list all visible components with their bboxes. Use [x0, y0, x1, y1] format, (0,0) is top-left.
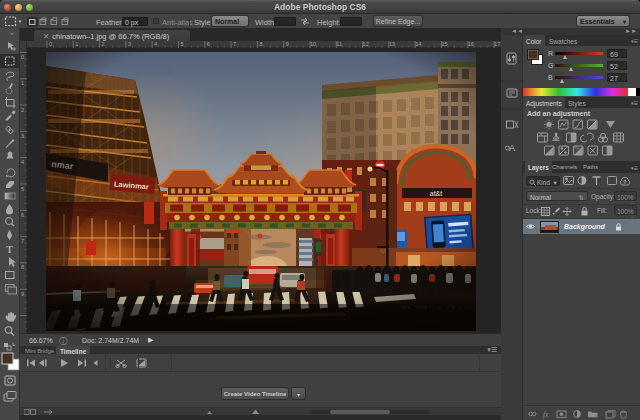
- svg-text:4: 4: [21, 159, 24, 165]
- svg-text:6: 6: [21, 212, 24, 218]
- svg-text:17: 17: [494, 41, 500, 47]
- svg-text:7: 7: [21, 238, 24, 244]
- svg-text:0: 0: [21, 54, 24, 60]
- svg-text:16: 16: [468, 41, 474, 47]
- svg-text:5: 5: [181, 41, 184, 47]
- svg-text:3: 3: [128, 41, 131, 47]
- svg-text:1: 1: [21, 80, 24, 86]
- svg-text:0: 0: [49, 41, 52, 47]
- svg-text:11: 11: [336, 41, 342, 47]
- svg-text:»: »: [10, 30, 14, 36]
- svg-text:1: 1: [75, 41, 78, 47]
- svg-text:13: 13: [389, 41, 395, 47]
- svg-text:6: 6: [207, 41, 210, 47]
- svg-text:9: 9: [21, 291, 24, 297]
- svg-text:T: T: [6, 244, 13, 255]
- svg-text:fx: fx: [543, 410, 549, 419]
- svg-text:10: 10: [310, 41, 316, 47]
- svg-text:4: 4: [154, 41, 157, 47]
- svg-text:8: 8: [21, 264, 24, 270]
- svg-text:14: 14: [415, 41, 421, 47]
- svg-text:3: 3: [21, 133, 24, 139]
- svg-text:A: A: [509, 143, 515, 153]
- svg-text:2: 2: [102, 41, 105, 47]
- svg-text:8: 8: [259, 41, 262, 47]
- svg-text:5: 5: [21, 186, 24, 192]
- svg-text:12: 12: [363, 41, 369, 47]
- svg-text:9: 9: [286, 41, 289, 47]
- svg-text:2: 2: [21, 107, 24, 113]
- svg-text:7: 7: [233, 41, 236, 47]
- svg-text:15: 15: [442, 41, 448, 47]
